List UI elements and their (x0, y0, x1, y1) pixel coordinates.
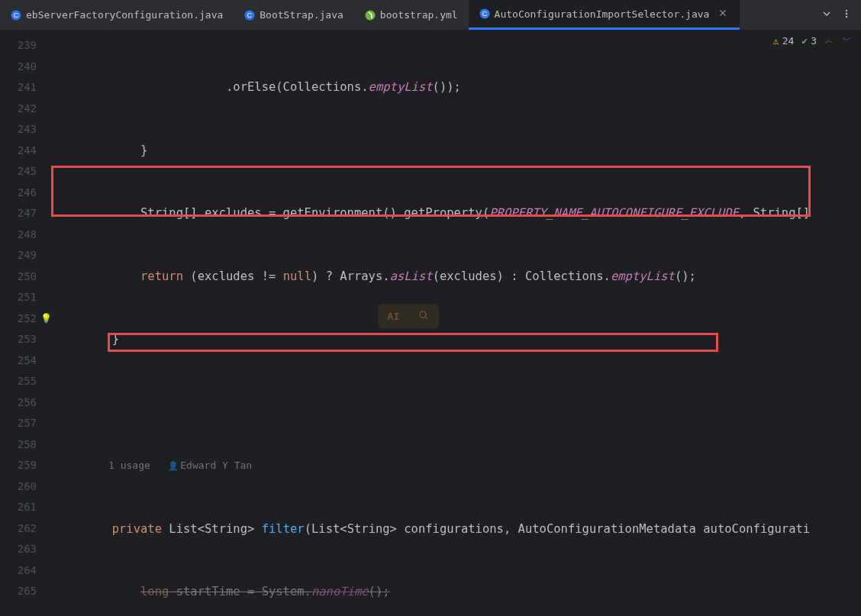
class-icon: C (244, 10, 255, 21)
inspection-widget[interactable]: 24 3 ︿ ﹀ (770, 32, 855, 49)
ai-icon: AI (388, 311, 400, 322)
code-lens[interactable]: 1 usage Edward Y Tan (53, 455, 861, 477)
line-number[interactable]: 243 (0, 119, 53, 140)
line-number[interactable]: 265 (0, 581, 53, 602)
svg-point-4 (365, 10, 375, 20)
warnings-count[interactable]: 24 (773, 35, 794, 47)
ai-action-widget[interactable]: AI (378, 304, 439, 328)
svg-point-8 (846, 13, 847, 15)
line-number[interactable]: 255 (0, 371, 53, 392)
spring-icon (365, 10, 376, 21)
code-line: } (53, 140, 861, 162)
line-number[interactable]: 249 (0, 245, 53, 266)
line-number[interactable]: 262 (0, 518, 53, 540)
class-icon: C (479, 8, 490, 19)
line-number[interactable]: 242 (0, 98, 53, 120)
line-number[interactable]: 245 (0, 161, 53, 182)
svg-point-7 (846, 10, 847, 11)
line-number[interactable]: 253 (0, 329, 53, 350)
svg-text:C: C (14, 11, 19, 19)
svg-text:C: C (482, 10, 487, 18)
editor-area: 24 3 ︿ ﹀ AI 239 240 241 242 243 244 245 … (0, 31, 861, 616)
line-number[interactable]: 246 (0, 182, 53, 204)
tab-label: bootstrap.yml (380, 9, 458, 21)
line-number[interactable]: 248 (0, 224, 53, 246)
prev-highlight-icon[interactable]: ︿ (824, 34, 834, 47)
ok-count[interactable]: 3 (801, 35, 817, 47)
svg-text:C: C (247, 11, 253, 19)
code-line: return (excludes != null) ? Arrays.asLis… (53, 266, 861, 288)
line-number[interactable]: 250 (0, 266, 53, 288)
tab-bootstrap-yml[interactable]: bootstrap.yml (354, 0, 469, 30)
tab-bootstrap-java[interactable]: C BootStrap.java (234, 0, 354, 30)
line-number[interactable]: 247 (0, 203, 53, 224)
line-number[interactable]: 258 (0, 434, 53, 456)
line-number[interactable]: 257 (0, 413, 53, 434)
tab-autoconfigurationimportselector[interactable]: C AutoConfigurationImportSelector.java (469, 0, 740, 30)
chevron-down-icon[interactable] (821, 8, 832, 22)
tab-label: AutoConfigurationImportSelector.java (495, 8, 710, 20)
svg-point-9 (846, 16, 847, 18)
next-highlight-icon[interactable]: ﹀ (842, 34, 852, 47)
code-line: private List<String> filter(List<String>… (53, 519, 861, 540)
tab-label: BootStrap.java (260, 9, 343, 21)
code-line: long startTime = System.nanoTime(); (53, 582, 861, 603)
tabs-actions (821, 8, 861, 22)
line-number[interactable]: 241 (0, 77, 53, 98)
line-number[interactable]: 251 (0, 287, 53, 308)
editor-tabs-bar: C ebServerFactoryConfiguration.java C Bo… (0, 0, 861, 31)
close-icon[interactable] (718, 8, 729, 19)
more-icon[interactable] (841, 8, 852, 22)
code-editor[interactable]: .orElse(Collections.emptyList()); } Stri… (53, 31, 861, 616)
line-number-gutter[interactable]: 239 240 241 242 243 244 245 246 247 248 … (0, 31, 53, 616)
line-number[interactable]: 252 (0, 308, 53, 330)
tab-webserverfactoryconfiguration[interactable]: C ebServerFactoryConfiguration.java (0, 0, 234, 30)
line-number[interactable]: 254 (0, 350, 53, 372)
line-number[interactable]: 240 (0, 56, 53, 78)
line-number[interactable]: 239 (0, 35, 53, 56)
line-number[interactable]: 256 (0, 392, 53, 414)
code-line: } (53, 329, 861, 350)
code-line (53, 392, 861, 414)
line-number[interactable]: 244 (0, 140, 53, 162)
line-number[interactable]: 264 (0, 560, 53, 582)
search-icon (418, 310, 429, 323)
code-line: String[] excludes = getEnvironment().get… (53, 203, 861, 224)
line-number[interactable]: 261 (0, 497, 53, 518)
svg-point-10 (420, 311, 426, 318)
line-number[interactable]: 259 (0, 455, 53, 476)
code-line: .orElse(Collections.emptyList()); (53, 77, 861, 98)
line-number[interactable]: 263 (0, 539, 53, 560)
class-icon: C (11, 10, 21, 21)
tab-label: ebServerFactoryConfiguration.java (26, 9, 223, 21)
line-number[interactable]: 260 (0, 476, 53, 498)
